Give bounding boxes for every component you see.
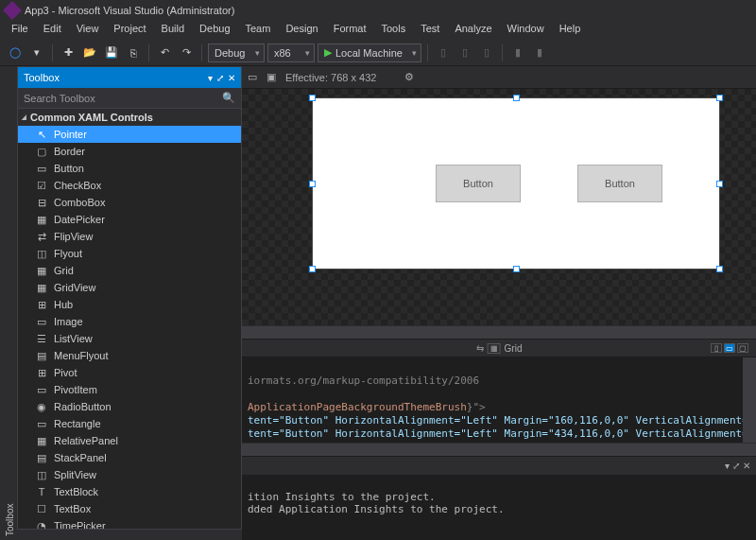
toolbox-item-border[interactable]: ▢Border <box>18 143 241 160</box>
start-debug-button[interactable]: ▶ Local Machine <box>318 44 421 62</box>
relativepanel-icon: ▦ <box>35 434 48 447</box>
toolbox-item-gridview[interactable]: ▦GridView <box>18 279 241 296</box>
save-button[interactable]: 💾 <box>102 44 121 62</box>
xaml-breadcrumb-bar: ⇆ ▦ Grid ▯ ▭ ▢ <box>242 339 756 357</box>
toolbox-item-textblock[interactable]: TTextBlock <box>18 483 241 500</box>
nav-fwd-button[interactable]: ▾ <box>27 44 46 62</box>
toolbox-search-placeholder: Search Toolbox <box>24 93 95 104</box>
toolbox-item-pointer[interactable]: ↖Pointer <box>18 126 241 143</box>
resize-handle[interactable] <box>309 181 316 187</box>
sidetab-document-outline[interactable]: Document Outline <box>0 70 3 540</box>
toolbox-item-button[interactable]: ▭Button <box>18 160 241 177</box>
align-right-icon[interactable]: ▯ <box>477 44 496 62</box>
toolbox-pin-icon[interactable]: ⤢ <box>216 73 224 83</box>
settings-gear-icon[interactable]: ⚙ <box>404 71 414 83</box>
toolbox-dropdown-icon[interactable]: ▾ <box>208 73 213 83</box>
solution-platform-combo[interactable]: x86 <box>267 44 315 62</box>
resize-handle[interactable] <box>716 266 723 272</box>
collapse-pane-icon[interactable]: ▢ <box>737 343 748 353</box>
menu-debug[interactable]: Debug <box>192 21 237 40</box>
toolbox-item-image[interactable]: ▭Image <box>18 313 241 330</box>
device-combo-icon[interactable]: ▣ <box>266 71 276 83</box>
toolbox-item-pivotitem[interactable]: ▭PivotItem <box>18 381 241 398</box>
menu-format[interactable]: Format <box>326 21 374 40</box>
toolbox-item-stackpanel[interactable]: ▤StackPanel <box>18 449 241 466</box>
toolbox-search[interactable]: Search Toolbox 🔍 <box>18 88 241 109</box>
designer-surface[interactable]: Button Button <box>242 89 756 325</box>
split-vertical-icon[interactable]: ▯ <box>711 343 722 353</box>
pivot-icon: ⊞ <box>35 366 48 379</box>
resize-handle[interactable] <box>716 181 723 187</box>
menu-analyze[interactable]: Analyze <box>447 21 499 40</box>
toolbox-item-relativepanel[interactable]: ▦RelativePanel <box>18 432 241 449</box>
align-left-icon[interactable]: ▯ <box>434 44 453 62</box>
toolbox-item-textbox[interactable]: ☐TextBox <box>18 500 241 517</box>
zoom-combo-icon[interactable]: ▭ <box>248 71 257 83</box>
order-back-icon[interactable]: ▮ <box>530 44 549 62</box>
toolbox-item-listview[interactable]: ☰ListView <box>18 330 241 347</box>
nav-back-button[interactable]: ◯ <box>6 44 25 62</box>
designer-button-1[interactable]: Button <box>436 165 521 202</box>
toolbox-item-label: TimePicker <box>54 520 106 529</box>
toolbox-item-checkbox[interactable]: ☑CheckBox <box>18 177 241 194</box>
toolbox-item-menuflyout[interactable]: ▤MenuFlyout <box>18 347 241 364</box>
xaml-editor[interactable]: iormats.org/markup-compatibility/2006 Ap… <box>242 357 756 443</box>
toolbox-item-label: FlipView <box>54 231 93 242</box>
vertical-scrollbar[interactable] <box>743 357 756 443</box>
breadcrumb-element-label[interactable]: Grid <box>505 343 523 354</box>
menu-test[interactable]: Test <box>413 21 447 40</box>
toolbox-group-header[interactable]: Common XAML Controls <box>18 109 241 126</box>
menu-tools[interactable]: Tools <box>374 21 414 40</box>
toolbox-item-splitview[interactable]: ◫SplitView <box>18 466 241 483</box>
output-header: ▾ ⤢ ✕ <box>242 456 756 475</box>
new-file-icon[interactable]: ✚ <box>59 44 77 62</box>
horizontal-scrollbar[interactable] <box>242 325 756 339</box>
open-file-icon[interactable]: 📂 <box>80 44 99 62</box>
menuflyout-icon: ▤ <box>35 349 48 362</box>
menu-window[interactable]: Window <box>500 21 552 40</box>
chevron-icon[interactable]: ⇆ <box>476 343 484 354</box>
design-artboard[interactable]: Button Button <box>313 98 719 269</box>
toolbox-item-rectangle[interactable]: ▭Rectangle <box>18 415 241 432</box>
toolbox-item-grid[interactable]: ▦Grid <box>18 262 241 279</box>
toolbox-item-hub[interactable]: ⊞Hub <box>18 296 241 313</box>
menu-build[interactable]: Build <box>154 21 192 40</box>
save-all-button[interactable]: ⎘ <box>124 44 143 62</box>
order-front-icon[interactable]: ▮ <box>508 44 527 62</box>
radiobutton-icon: ◉ <box>35 400 48 413</box>
resize-handle[interactable] <box>716 95 723 101</box>
resize-handle[interactable] <box>309 95 316 101</box>
undo-button[interactable]: ↶ <box>155 44 174 62</box>
resize-handle[interactable] <box>513 266 520 272</box>
menu-file[interactable]: File <box>4 21 36 40</box>
toolbox-item-timepicker[interactable]: ◔TimePicker <box>18 517 241 529</box>
toolbox-close-icon[interactable]: ✕ <box>228 73 235 83</box>
toolbox-item-pivot[interactable]: ⊞Pivot <box>18 364 241 381</box>
sidetab-toolbox[interactable]: Toolbox <box>3 70 17 540</box>
designer-button-2[interactable]: Button <box>577 165 662 202</box>
menu-help[interactable]: Help <box>552 21 589 40</box>
toolbox-item-datepicker[interactable]: ▦DatePicker <box>18 211 241 228</box>
resize-handle[interactable] <box>309 266 316 272</box>
menu-design[interactable]: Design <box>278 21 325 40</box>
menu-edit[interactable]: Edit <box>36 21 69 40</box>
menu-project[interactable]: Project <box>106 21 153 40</box>
menu-view[interactable]: View <box>69 21 107 40</box>
horizontal-scrollbar[interactable] <box>242 443 756 456</box>
vs-logo-icon <box>3 1 22 20</box>
split-horizontal-icon[interactable]: ▭ <box>724 343 735 353</box>
output-pin-icon[interactable]: ▾ ⤢ ✕ <box>725 461 750 471</box>
align-center-icon[interactable]: ▯ <box>455 44 474 62</box>
menu-team[interactable]: Team <box>238 21 279 40</box>
toolbox-item-label: TextBlock <box>54 486 98 497</box>
solution-config-combo[interactable]: Debug <box>208 44 265 62</box>
gridview-icon: ▦ <box>35 281 48 294</box>
breadcrumb-element-icon[interactable]: ▦ <box>488 343 501 354</box>
redo-button[interactable]: ↷ <box>177 44 196 62</box>
toolbox-item-flyout[interactable]: ◫Flyout <box>18 245 241 262</box>
toolbox-item-flipview[interactable]: ⇄FlipView <box>18 228 241 245</box>
toolbox-item-radiobutton[interactable]: ◉RadioButton <box>18 398 241 415</box>
toolbox-item-combobox[interactable]: ⊟ComboBox <box>18 194 241 211</box>
rectangle-icon: ▭ <box>35 417 48 430</box>
resize-handle[interactable] <box>513 95 520 101</box>
